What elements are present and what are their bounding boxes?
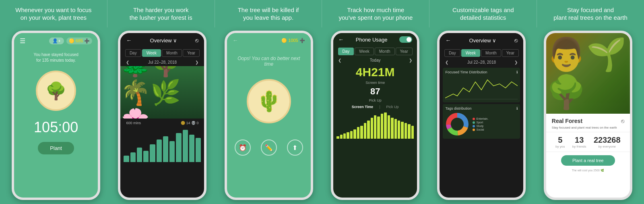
tags-section: Tags distribution ℹ Entertain. <box>443 104 520 139</box>
usage-bar <box>408 124 410 139</box>
share-action-icon[interactable]: ⬆ <box>287 139 303 156</box>
bar-chart <box>120 127 204 164</box>
phone-5: ← Overview ∨ ⎋ Day Week Month Year ❮ Jul… <box>437 31 526 200</box>
forest-scene: 🌲🌳🌴🌿🌸 <box>120 66 204 119</box>
phone5-tab-day[interactable]: Day <box>444 49 460 57</box>
real-forest-title: Real Forest <box>552 118 582 124</box>
usage-bar <box>367 121 369 139</box>
phone-4-header: ← Phone Usage <box>333 33 417 46</box>
phone-4-wrapper: ← Phone Usage Day Week Month Year ❮ Toda… <box>323 31 427 200</box>
phone5-back-icon[interactable]: ← <box>445 37 451 44</box>
focus-text: You have stayed focused for 135 minutes … <box>14 49 98 67</box>
usage-bar <box>391 118 393 139</box>
real-forest-subtitle: Stay focused and plant real trees on the… <box>546 126 630 132</box>
focused-dist-section: Focused Time Distribution ℹ <box>443 68 520 102</box>
phone5-date: Jul 22–28, 2018 <box>467 60 496 65</box>
phone-5-header: ← Overview ∨ ⎋ <box>440 33 523 48</box>
real-forest-share[interactable]: ⎋ <box>621 118 624 124</box>
phone4-date-nav: ❮ Today ❯ <box>333 57 417 64</box>
usage-bar <box>398 121 400 139</box>
prev-arrow[interactable]: ❮ <box>126 60 129 65</box>
phone4-tab-month[interactable]: Month <box>375 48 395 55</box>
edit-icon[interactable]: ✏️ <box>261 139 277 156</box>
usage-bar <box>347 132 349 139</box>
next-arrow[interactable]: ❯ <box>195 60 198 65</box>
tab-month[interactable]: Month <box>162 49 182 57</box>
banner-2: The harder you work the lusher your fore… <box>107 0 215 27</box>
oops-text: Oops! You can do better next time <box>227 48 311 71</box>
plant-button[interactable]: Plant <box>38 142 74 154</box>
tab-day[interactable]: Day <box>125 49 141 57</box>
pickup-tab[interactable]: Pick Up <box>386 105 398 109</box>
tags-info-icon[interactable]: ℹ <box>516 106 518 110</box>
phone5-tab-week[interactable]: Week <box>461 49 480 57</box>
hamburger-icon[interactable]: ☰ <box>20 37 25 45</box>
banner-6: Stay focused and plant real trees on the… <box>537 0 644 27</box>
bar <box>183 130 188 162</box>
share-icon[interactable]: ⎋ <box>195 37 198 44</box>
phone4-prev[interactable]: ❮ <box>338 58 341 62</box>
forest-emoji: 🌲🌳🌴🌿🌸 <box>120 66 204 119</box>
action-icons: ⏰ ✏️ ⬆ <box>227 139 311 156</box>
legend-social: Social <box>473 128 488 131</box>
phone4-tab-year[interactable]: Year <box>396 48 413 55</box>
user-badge: 👤+ <box>49 37 64 44</box>
coin-display: 🟡 1005 ➕ <box>281 38 305 43</box>
usage-bar <box>371 118 373 139</box>
rf-stats: 5 by you 13 by friends 223268 by everyon… <box>546 132 630 152</box>
focused-dist-title: Focused Time Distribution ℹ <box>445 70 518 74</box>
tab-year[interactable]: Year <box>183 49 200 57</box>
bar <box>150 144 155 162</box>
usage-bar <box>353 129 356 139</box>
pickup-label: Pick Up <box>333 98 417 102</box>
screen-time-display: 4H21M <box>333 64 417 81</box>
usage-bar <box>384 112 386 139</box>
phone-6: 👨🌱🌳 Real Forest ⎋ Stay focused and plant… <box>544 31 632 200</box>
phone5-next[interactable]: ❯ <box>514 60 518 65</box>
screen-time-tab[interactable]: Screen Time <box>352 105 373 109</box>
usage-bar-chart <box>333 111 417 139</box>
tree-circle: 🌳 <box>36 71 76 111</box>
bar <box>189 135 194 162</box>
photo-person: 👨🌱🌳 <box>546 35 630 111</box>
plant-real-button[interactable]: Plant a real tree <box>561 155 615 166</box>
tab-week[interactable]: Week <box>142 49 161 57</box>
usage-bar <box>411 126 414 139</box>
usage-bar <box>340 135 343 139</box>
dead-tree-emoji: 🌵 <box>256 90 281 113</box>
phone5-share-icon[interactable]: ⎋ <box>514 37 518 44</box>
line-chart <box>445 76 518 100</box>
phone4-back-icon[interactable]: ← <box>338 36 344 43</box>
usage-bar <box>401 122 403 139</box>
bar <box>176 133 181 162</box>
usage-bar <box>377 117 380 139</box>
phone4-tab-day[interactable]: Day <box>338 48 354 55</box>
phone5-prev[interactable]: ❮ <box>445 60 448 65</box>
photo-area: 👨🌱🌳 <box>546 33 630 114</box>
toggle-switch[interactable] <box>399 36 412 43</box>
real-forest-header: Real Forest ⎋ <box>546 114 630 126</box>
alarm-icon[interactable]: ⏰ <box>235 139 251 156</box>
back-arrow-icon[interactable]: ← <box>126 37 132 44</box>
phone-2-tabs: Day Week Month Year <box>120 48 204 58</box>
chart-tabs: Screen Time | Pick Up <box>333 102 417 111</box>
phone5-tab-month[interactable]: Month <box>481 49 501 57</box>
header-right: 👤+ 🟡 685 ➕ <box>49 37 92 44</box>
legend-entertain: Entertain. <box>473 117 488 120</box>
phones-area: ☰ 👤+ 🟡 685 ➕ You have stayed focused for… <box>0 27 644 204</box>
dead-tree-circle: 🌵 <box>247 79 291 123</box>
date-nav: ❮ Jul 22–28, 2018 ❯ <box>120 58 204 66</box>
phone-usage-title: Phone Usage <box>356 37 388 43</box>
usage-bar <box>350 131 353 139</box>
bar <box>143 151 149 162</box>
phone-3: ← 🟡 1005 ➕ Oops! You can do better next … <box>225 31 313 200</box>
info-icon[interactable]: ℹ <box>516 70 518 74</box>
phone5-tab-year[interactable]: Year <box>502 49 519 57</box>
coins-stat: 🟡 14 💀 0 <box>181 121 199 125</box>
bar <box>130 152 136 162</box>
banner-4: Track how much time you've spent on your… <box>322 0 429 27</box>
phone4-tab-week[interactable]: Week <box>355 48 374 55</box>
phone4-next[interactable]: ❯ <box>409 58 412 62</box>
legend-study: Study <box>473 125 488 127</box>
plant-sub-text: The will cost you 2500 🌿 <box>546 169 630 172</box>
